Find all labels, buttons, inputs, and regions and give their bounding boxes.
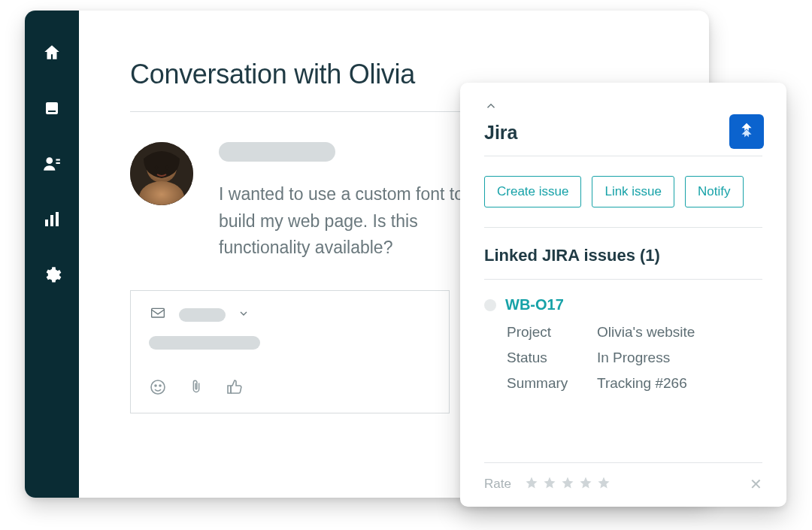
panel-title: Jira — [484, 122, 762, 144]
compose-box[interactable] — [130, 290, 450, 413]
nav-inbox-icon[interactable] — [41, 98, 62, 119]
compose-channel-placeholder — [179, 308, 226, 322]
svg-point-14 — [151, 380, 165, 394]
rating-stars — [525, 476, 611, 493]
jira-panel: Jira Create issue Link issue Notify Link… — [460, 83, 786, 507]
svg-rect-13 — [152, 308, 165, 317]
svg-rect-3 — [56, 159, 59, 161]
svg-rect-1 — [48, 111, 56, 112]
field-project-label: Project — [507, 324, 597, 341]
message-text: I wanted to use a custom font to build m… — [219, 181, 489, 262]
link-issue-button[interactable]: Link issue — [592, 176, 674, 207]
nav-reports-icon[interactable] — [41, 209, 62, 230]
svg-rect-5 — [45, 220, 48, 226]
field-status-value: In Progress — [597, 350, 762, 366]
field-summary-label: Summary — [507, 375, 597, 392]
panel-actions: Create issue Link issue Notify — [484, 176, 762, 228]
svg-point-15 — [155, 385, 156, 386]
chevron-up-icon[interactable] — [484, 99, 498, 116]
sender-name-placeholder — [219, 142, 335, 162]
svg-point-2 — [46, 157, 53, 164]
attachment-icon[interactable] — [188, 378, 205, 399]
star-icon[interactable] — [579, 476, 592, 493]
thumbs-up-icon[interactable] — [226, 378, 244, 399]
nav-settings-icon[interactable] — [41, 265, 62, 286]
sidebar-nav — [25, 11, 79, 498]
svg-rect-7 — [56, 212, 59, 226]
mail-icon — [149, 306, 167, 324]
svg-point-16 — [159, 385, 161, 386]
field-status-label: Status — [507, 350, 597, 366]
notify-button[interactable]: Notify — [685, 176, 743, 207]
star-icon[interactable] — [597, 476, 611, 493]
svg-rect-4 — [56, 162, 59, 164]
star-icon[interactable] — [543, 476, 556, 493]
linked-issue: WB-O17 Project Olivia's website Status I… — [484, 296, 762, 392]
emoji-icon[interactable] — [149, 378, 167, 399]
linked-issues-heading: Linked JIRA issues (1) — [484, 246, 762, 280]
panel-header: Jira — [484, 99, 762, 156]
nav-home-icon[interactable] — [41, 42, 62, 63]
field-summary-value: Tracking #266 — [597, 375, 762, 392]
svg-rect-0 — [46, 102, 58, 114]
jira-logo-icon — [729, 114, 764, 149]
svg-point-11 — [155, 166, 158, 169]
issue-fields: Project Olivia's website Status In Progr… — [507, 324, 762, 392]
message-body: I wanted to use a custom font to build m… — [219, 142, 489, 262]
compose-actions — [149, 378, 431, 399]
issue-key-link[interactable]: WB-O17 — [505, 296, 564, 313]
compose-text-placeholder — [149, 336, 260, 350]
avatar — [130, 142, 193, 205]
svg-rect-6 — [50, 215, 53, 226]
field-project-value: Olivia's website — [597, 324, 762, 341]
create-issue-button[interactable]: Create issue — [484, 176, 581, 207]
star-icon[interactable] — [525, 476, 538, 493]
nav-contacts-icon[interactable] — [41, 153, 62, 174]
close-icon[interactable]: ✕ — [750, 475, 762, 493]
chevron-down-icon[interactable] — [238, 307, 250, 323]
star-icon[interactable] — [561, 476, 574, 493]
issue-status-dot-icon — [484, 299, 496, 311]
svg-point-12 — [165, 166, 168, 169]
rate-label: Rate — [484, 477, 511, 492]
rate-row: Rate ✕ — [484, 462, 762, 493]
